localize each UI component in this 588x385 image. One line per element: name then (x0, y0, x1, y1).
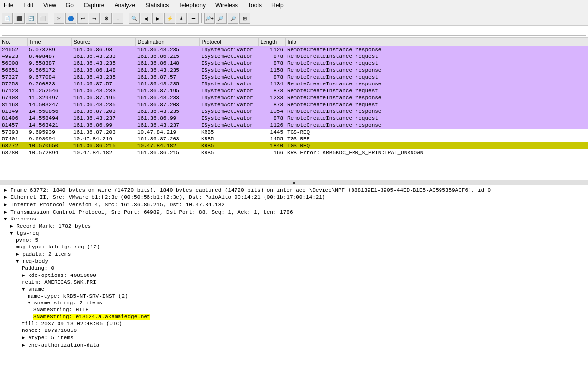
cell-src: 161.36.86.98 (71, 46, 135, 54)
detail-line[interactable]: enc-authorization-data (2, 341, 586, 349)
cell-dst: 161.36.87.195 (135, 87, 199, 94)
cell-info: RemoteCreateInstance response (285, 67, 588, 74)
cell-src: 161.36.87.203 (71, 108, 135, 115)
detail-line[interactable]: SNameString: e13524.a.akamaiedge.net (2, 313, 586, 320)
zoom-in-button[interactable]: 🔍 (129, 13, 140, 24)
detail-line[interactable]: till: 2037-09-13 02:48:05 (UTC) (2, 320, 586, 327)
cell-time: 11.252546 (27, 87, 71, 94)
go-button[interactable]: ⚡ (164, 13, 175, 24)
detail-line[interactable]: Frame 63772: 1840 bytes on wire (14720 b… (2, 186, 586, 193)
cell-time: 8.498487 (27, 53, 71, 60)
capture-button[interactable]: ⚙ (101, 13, 112, 24)
detail-line[interactable]: Transmission Control Protocol, Src Port:… (2, 208, 586, 216)
detail-line[interactable]: req-body (2, 258, 586, 265)
table-row[interactable]: 499238.498487161.36.43.233161.36.86.215I… (0, 53, 588, 60)
start-button[interactable]: ✂ (54, 13, 64, 24)
menu-item-help[interactable]: Help (269, 1, 286, 10)
table-row[interactable]: 8116314.503247161.36.43.235161.36.87.203… (0, 101, 588, 108)
table-row[interactable]: 8140614.558494161.36.43.237161.36.86.99I… (0, 115, 588, 122)
table-row[interactable]: 246525.073289161.36.86.98161.36.43.235IS… (0, 46, 588, 54)
detail-line[interactable]: nonce: 2079716850 (2, 327, 586, 334)
menu-item-statistics[interactable]: Statistics (143, 1, 171, 10)
table-row[interactable]: 8145714.563421161.36.86.99161.36.43.237I… (0, 122, 588, 129)
table-row[interactable]: 574019.69809410.47.84.219161.36.87.203KR… (0, 136, 588, 142)
detail-text: kdc-options: 40810000 (28, 273, 96, 278)
menu-item-tools[interactable]: Tools (246, 1, 264, 10)
scroll-button[interactable]: ▶ (152, 13, 163, 24)
zoom-fit-button[interactable]: 🔎 (228, 13, 238, 24)
table-row[interactable]: 560089.558387161.36.43.235161.36.86.148I… (0, 60, 588, 67)
table-row[interactable]: 566519.565172161.36.86.148161.36.43.235I… (0, 67, 588, 74)
detail-line[interactable]: name-type: kRB5-NT-SRV-INST (2) (2, 293, 586, 300)
detail-line[interactable]: Ethernet II, Src: VMware_b1:f2:3e (00:50… (2, 193, 586, 201)
menu-item-capture[interactable]: Capture (82, 1, 107, 10)
cell-no: 57393 (0, 129, 27, 136)
options-button[interactable]: ↪ (89, 13, 100, 24)
zoom-out2-button[interactable]: 🔎- (216, 13, 227, 24)
stop-button[interactable]: 🔵 (65, 13, 76, 24)
zoom-out-button[interactable]: ◀ (141, 13, 151, 24)
cell-time: 14.558494 (27, 115, 71, 122)
detail-line[interactable]: Kerberos (2, 216, 586, 222)
menu-item-wireless[interactable]: Wireless (213, 1, 240, 10)
cell-no: 57327 (0, 74, 27, 81)
detail-line[interactable]: realm: AMERICAS.SWK.PRI (2, 279, 586, 286)
filter-input[interactable] (2, 27, 586, 36)
divider[interactable]: ▲ (0, 180, 588, 185)
cell-dst: 161.36.87.57 (135, 74, 199, 81)
detail-line[interactable]: SNameString: HTTP (2, 306, 586, 313)
menu-item-edit[interactable]: Edit (21, 1, 35, 10)
cell-info: RemoteCreateInstance request (285, 115, 588, 122)
cell-dst: 161.36.86.215 (135, 53, 199, 60)
next-button[interactable]: ☰ (188, 13, 199, 24)
table-row[interactable]: 577589.760823161.36.87.57161.36.43.235IS… (0, 81, 588, 87)
detail-line[interactable]: tgs-req (2, 230, 586, 237)
cell-src: 161.36.43.237 (71, 115, 135, 122)
detail-line[interactable]: pvno: 5 (2, 237, 586, 244)
expand-icon (10, 230, 16, 236)
detail-text: enc-authorization-data (28, 342, 99, 348)
detail-text: Internet Protocol Version 4, Src: 161.36… (10, 202, 225, 208)
detail-line[interactable]: Internet Protocol Version 4, Src: 161.36… (2, 201, 586, 208)
save-button[interactable]: 🔄 (26, 13, 36, 24)
table-row[interactable]: 6740311.329497161.36.87.195161.36.43.233… (0, 94, 588, 101)
filterbar (0, 26, 588, 38)
table-row[interactable]: 6377210.570650161.36.86.21510.47.84.182K… (0, 142, 588, 149)
cell-dst: 161.36.86.148 (135, 60, 199, 67)
detail-line[interactable]: padata: 2 items (2, 250, 586, 258)
cell-dst: 161.36.43.235 (135, 108, 199, 115)
cell-len: 1455 (258, 136, 285, 142)
table-row[interactable]: 8134914.550856161.36.87.203161.36.43.235… (0, 108, 588, 115)
menu-item-view[interactable]: View (41, 1, 58, 10)
table-row[interactable]: 6378010.57289410.47.84.182161.36.86.215K… (0, 149, 588, 156)
zoom-in2-button[interactable]: 🔎+ (204, 13, 215, 24)
new-capture-button[interactable]: 📄 (2, 13, 13, 24)
cell-src: 161.36.43.233 (71, 53, 135, 60)
menu-item-analyze[interactable]: Analyze (113, 1, 138, 10)
detail-text: Padding: 0 (22, 265, 54, 271)
detail-line[interactable]: sname (2, 286, 586, 293)
menu-item-go[interactable]: Go (64, 1, 76, 10)
cell-len: 1238 (258, 94, 285, 101)
detail-line[interactable]: Padding: 0 (2, 265, 586, 272)
menu-item-file[interactable]: File (2, 1, 15, 10)
cell-info: RemoteCreateInstance request (285, 53, 588, 60)
close-button[interactable]: ⬜ (37, 13, 48, 24)
prev-button[interactable]: ↡ (176, 13, 187, 24)
detail-line[interactable]: msg-type: krb-tgs-req (12) (2, 244, 586, 250)
packet-detail[interactable]: Frame 63772: 1840 bytes on wire (14720 b… (0, 185, 588, 377)
detail-line[interactable]: Record Mark: 1782 bytes (2, 222, 586, 230)
detail-line[interactable]: etype: 5 items (2, 334, 586, 341)
table-row[interactable]: 573939.695939161.36.87.20310.47.84.219KR… (0, 129, 588, 136)
detail-line[interactable]: kdc-options: 40810000 (2, 272, 586, 279)
cell-dst: 161.36.86.99 (135, 115, 199, 122)
open-button[interactable]: ⬛ (14, 13, 25, 24)
detail-line[interactable]: sname-string: 2 items (2, 300, 586, 306)
menu-item-telephony[interactable]: Telephony (176, 1, 207, 10)
table-row[interactable]: 573279.677084161.36.43.235161.36.87.57IS… (0, 74, 588, 81)
table-row[interactable]: 6712311.252546161.36.43.233161.36.87.195… (0, 87, 588, 94)
prefs-button[interactable]: ↓ (113, 13, 123, 24)
zoom-full-button[interactable]: ⊞ (239, 13, 250, 24)
restart-button[interactable]: ↩ (77, 13, 88, 24)
packet-list[interactable]: No. Time Source Destination Protocol Len… (0, 38, 588, 180)
